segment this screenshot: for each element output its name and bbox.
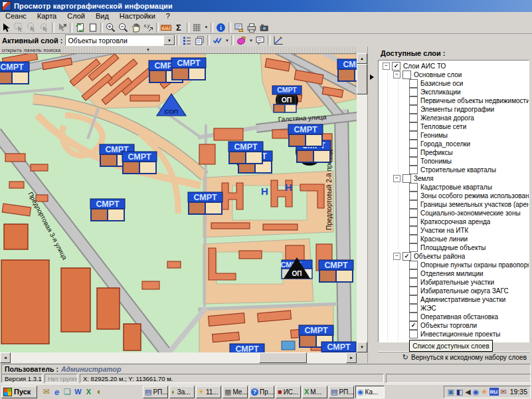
task-button[interactable]: ▤РП...: [329, 386, 354, 398]
quicklaunch-clock-icon[interactable]: ◐: [94, 386, 104, 397]
layer-checkbox[interactable]: [402, 174, 411, 183]
layer-tree[interactable]: −✓Слои АИС ТО−Основные слоиБазисные осиЭ…: [378, 60, 529, 342]
validate-icon[interactable]: [211, 35, 224, 46]
layer-checkbox[interactable]: [409, 235, 418, 243]
layer-tree-item[interactable]: Геонимы: [409, 131, 529, 140]
map-marker-smrt[interactable]: СМРТ: [337, 59, 357, 81]
layer-tree-item[interactable]: Административные участки: [409, 295, 529, 304]
select-circle-icon[interactable]: [25, 22, 38, 33]
scale-ruler-icon[interactable]: [160, 22, 173, 33]
clear-selection-icon[interactable]: [56, 22, 68, 33]
scroll-up-icon[interactable]: ▲: [357, 53, 367, 64]
tray-shield-icon[interactable]: ◉: [473, 388, 480, 396]
layer-tree-item[interactable]: Социально-экономические зоны: [409, 209, 529, 217]
layer-tree-item[interactable]: Избирательные участки: [409, 278, 529, 287]
map-horizontal-scrollbar[interactable]: ◄ ►: [0, 352, 357, 363]
goto-xy-icon[interactable]: x,y: [142, 22, 155, 33]
horizontal-scroll-thumb[interactable]: [259, 352, 307, 363]
map-marker-smrt[interactable]: СМРТ: [122, 152, 157, 174]
title-bar[interactable]: Просмотр картографической информации: [0, 0, 532, 12]
layer-tree-item[interactable]: Строительные кварталы: [409, 166, 529, 174]
validate-dropdown-icon[interactable]: ▼: [224, 39, 230, 43]
panel-splitter[interactable]: [367, 47, 377, 363]
legend-list-icon[interactable]: [181, 35, 193, 46]
map-marker-smrt[interactable]: СМРТ: [319, 260, 353, 282]
layer-checkbox[interactable]: [409, 287, 418, 295]
select-arrow-icon[interactable]: [0, 22, 13, 33]
map-vertical-scrollbar[interactable]: ▲ ▼: [357, 53, 367, 352]
layer-checkbox[interactable]: [409, 96, 418, 105]
menu-item[interactable]: Слой: [62, 12, 90, 21]
task-button[interactable]: ▤РП...: [143, 386, 168, 398]
layer-checkbox[interactable]: [409, 243, 418, 252]
layer-copy-icon[interactable]: [193, 35, 206, 46]
tray-monitor-icon[interactable]: ◧: [456, 388, 463, 396]
map-marker-smrt[interactable]: СМРТ: [90, 199, 125, 221]
task-button[interactable]: ■ИС...: [276, 386, 301, 398]
map-marker-smrt[interactable]: СМРТ: [228, 142, 263, 164]
layer-checkbox[interactable]: [409, 269, 418, 278]
task-button[interactable]: XМ...: [302, 386, 327, 398]
map-marker-smrt[interactable]: СМРТ: [230, 344, 264, 353]
tree-expander-icon[interactable]: −: [393, 175, 400, 182]
print-icon[interactable]: [245, 22, 258, 33]
tree-expander-icon[interactable]: −: [393, 253, 400, 260]
layer-tree-item[interactable]: Краткосрочная аренда: [409, 217, 529, 226]
info-icon[interactable]: i: [215, 22, 227, 33]
grid-dropdown-icon[interactable]: ▼: [203, 25, 209, 29]
layer-checkbox[interactable]: [409, 148, 418, 157]
tree-expander-icon[interactable]: −: [393, 71, 400, 78]
layer-checkbox[interactable]: [409, 166, 418, 174]
tray-flower-icon[interactable]: ✳: [481, 388, 487, 396]
map-marker-smrt[interactable]: СМРТ: [0, 62, 29, 84]
highlight-dropdown-icon[interactable]: ▼: [248, 39, 254, 43]
scroll-left-icon[interactable]: ◄: [0, 352, 11, 363]
layer-tree-item[interactable]: Инвестиционные проекты: [409, 330, 529, 338]
reset-layers-bar[interactable]: ↻ Вернуться к исходному набору слоев: [378, 351, 529, 363]
object-card-icon[interactable]: [232, 22, 245, 33]
layer-checkbox[interactable]: [409, 140, 418, 148]
layer-tree-item[interactable]: Тепловые сети: [409, 122, 529, 131]
layer-checkbox[interactable]: [409, 131, 418, 140]
quicklaunch-desktop-icon[interactable]: ❏: [62, 386, 72, 397]
layer-tree-item[interactable]: Участки на ИТК: [409, 226, 529, 235]
layer-checkbox[interactable]: [409, 226, 418, 235]
task-button[interactable]: ?Пр...: [249, 386, 274, 398]
layer-checkbox[interactable]: [409, 209, 418, 217]
layer-tree-item[interactable]: Кадастровые кварталы: [409, 183, 529, 192]
layer-checkbox[interactable]: [409, 183, 418, 192]
layer-tree-item[interactable]: Элементы гидрографии: [409, 105, 529, 114]
menu-item[interactable]: Сеанс: [0, 12, 32, 21]
layer-tree-item[interactable]: Красные линии: [409, 235, 529, 243]
map-marker-op-triangle[interactable]: СМРТОП: [281, 257, 312, 279]
layer-checkbox[interactable]: [409, 304, 418, 313]
layer-checkbox[interactable]: [402, 70, 411, 79]
quicklaunch-word-icon[interactable]: W: [73, 386, 83, 397]
task-button[interactable]: ◉Ка...: [355, 386, 385, 398]
layer-tree-item[interactable]: −✓Объекты района: [393, 252, 529, 261]
active-layer-combobox[interactable]: Объекты торговли ▼: [65, 35, 175, 46]
vertical-scroll-thumb[interactable]: [357, 64, 367, 94]
tray-volume-icon[interactable]: ◀: [465, 388, 470, 396]
layer-tree-item[interactable]: Города_поселки: [409, 140, 529, 148]
layer-tree-item[interactable]: Опорные пункты охраны правопорядка: [409, 261, 529, 269]
map-marker-smrt[interactable]: СМРТ: [171, 58, 206, 80]
tray-network-icon[interactable]: ▣: [447, 388, 454, 396]
zoom-in-icon[interactable]: [104, 22, 117, 33]
layer-checkbox[interactable]: [409, 313, 418, 321]
layer-tree-item[interactable]: Отделения милиции: [409, 269, 529, 278]
menu-item[interactable]: Вид: [90, 12, 114, 21]
layer-checkbox[interactable]: ✓: [392, 62, 400, 70]
tray-lang-icon[interactable]: RU: [489, 388, 499, 396]
quicklaunch-mail-icon[interactable]: ✉: [41, 386, 51, 397]
quicklaunch-excel-icon[interactable]: X: [84, 386, 94, 397]
collapse-panel-icon[interactable]: [370, 74, 374, 80]
scroll-down-icon[interactable]: ▼: [357, 342, 367, 352]
tray-mailx-icon[interactable]: ✉: [501, 388, 507, 396]
map-canvas[interactable]: Галстяна улицаПредпортовый 2-й проездПре…: [0, 53, 357, 353]
grid-icon[interactable]: [191, 22, 203, 33]
task-button[interactable]: ◐За...: [169, 386, 195, 398]
sum-statistics-icon[interactable]: Σ: [173, 22, 185, 33]
map-marker-smrt[interactable]: СМРТ: [288, 124, 323, 146]
scroll-right-icon[interactable]: ►: [346, 352, 357, 363]
